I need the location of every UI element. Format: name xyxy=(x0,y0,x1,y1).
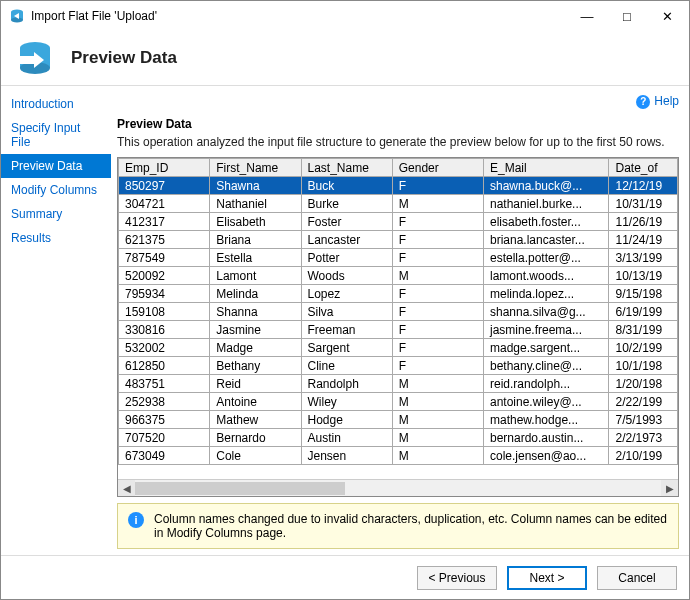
table-cell: melinda.lopez... xyxy=(484,285,609,303)
table-cell: M xyxy=(392,447,483,465)
cancel-button[interactable]: Cancel xyxy=(597,566,677,590)
table-row[interactable]: 483751ReidRandolphMreid.randolph...1/20/… xyxy=(119,375,678,393)
table-cell: Antoine xyxy=(210,393,301,411)
grid-scroll-area[interactable]: Emp_IDFirst_NameLast_NameGenderE_MailDat… xyxy=(118,158,678,479)
previous-button[interactable]: < Previous xyxy=(417,566,497,590)
table-cell: elisabeth.foster... xyxy=(484,213,609,231)
table-cell: 707520 xyxy=(119,429,210,447)
table-cell: madge.sargent... xyxy=(484,339,609,357)
table-row[interactable]: 304721NathanielBurkeMnathaniel.burke...1… xyxy=(119,195,678,213)
table-cell: Bethany xyxy=(210,357,301,375)
table-cell: 787549 xyxy=(119,249,210,267)
table-cell: Madge xyxy=(210,339,301,357)
table-cell: antoine.wiley@... xyxy=(484,393,609,411)
table-row[interactable]: 787549EstellaPotterFestella.potter@...3/… xyxy=(119,249,678,267)
table-cell: M xyxy=(392,393,483,411)
table-cell: M xyxy=(392,411,483,429)
table-cell: M xyxy=(392,375,483,393)
table-row[interactable]: 612850BethanyClineFbethany.cline@...10/1… xyxy=(119,357,678,375)
table-cell: shawna.buck@... xyxy=(484,177,609,195)
info-bar: i Column names changed due to invalid ch… xyxy=(117,503,679,549)
table-cell: bethany.cline@... xyxy=(484,357,609,375)
table-cell: 795934 xyxy=(119,285,210,303)
table-row[interactable]: 330816JasmineFreemanFjasmine.freema...8/… xyxy=(119,321,678,339)
column-header[interactable]: Last_Name xyxy=(301,159,392,177)
table-cell: 11/24/19 xyxy=(609,231,678,249)
table-row[interactable]: 850297ShawnaBuckFshawna.buck@...12/12/19 xyxy=(119,177,678,195)
table-cell: 10/1/198 xyxy=(609,357,678,375)
table-cell: 2/10/199 xyxy=(609,447,678,465)
table-cell: F xyxy=(392,177,483,195)
table-cell: F xyxy=(392,339,483,357)
table-row[interactable]: 412317ElisabethFosterFelisabeth.foster..… xyxy=(119,213,678,231)
scroll-right-icon[interactable]: ▶ xyxy=(661,480,678,497)
table-cell: 483751 xyxy=(119,375,210,393)
scroll-thumb[interactable] xyxy=(135,482,345,495)
sidebar-item-preview-data[interactable]: Preview Data xyxy=(1,154,111,178)
table-cell: Lopez xyxy=(301,285,392,303)
table-cell: Hodge xyxy=(301,411,392,429)
table-cell: Foster xyxy=(301,213,392,231)
preview-grid: Emp_IDFirst_NameLast_NameGenderE_MailDat… xyxy=(117,157,679,497)
column-header[interactable]: Date_of xyxy=(609,159,678,177)
table-cell: estella.potter@... xyxy=(484,249,609,267)
table-cell: 2/22/199 xyxy=(609,393,678,411)
table-cell: cole.jensen@ao... xyxy=(484,447,609,465)
sidebar-item-results[interactable]: Results xyxy=(1,226,111,250)
scroll-left-icon[interactable]: ◀ xyxy=(118,480,135,497)
table-cell: 6/19/199 xyxy=(609,303,678,321)
table-cell: Jasmine xyxy=(210,321,301,339)
table-cell: Jensen xyxy=(301,447,392,465)
minimize-button[interactable]: ― xyxy=(567,2,607,30)
table-row[interactable]: 252938AntoineWileyMantoine.wiley@...2/22… xyxy=(119,393,678,411)
table-row[interactable]: 621375BrianaLancasterFbriana.lancaster..… xyxy=(119,231,678,249)
table-cell: Estella xyxy=(210,249,301,267)
table-row[interactable]: 520092LamontWoodsMlamont.woods...10/13/1… xyxy=(119,267,678,285)
table-row[interactable]: 966375MathewHodgeMmathew.hodge...7/5/199… xyxy=(119,411,678,429)
table-cell: F xyxy=(392,285,483,303)
column-header[interactable]: E_Mail xyxy=(484,159,609,177)
table-cell: Potter xyxy=(301,249,392,267)
table-cell: F xyxy=(392,213,483,231)
table-cell: Silva xyxy=(301,303,392,321)
table-row[interactable]: 707520BernardoAustinMbernardo.austin...2… xyxy=(119,429,678,447)
column-header[interactable]: Gender xyxy=(392,159,483,177)
content-area: ?Help Preview Data This operation analyz… xyxy=(111,86,689,555)
close-button[interactable]: ✕ xyxy=(647,2,687,30)
table-cell: 10/13/19 xyxy=(609,267,678,285)
next-button[interactable]: Next > xyxy=(507,566,587,590)
database-import-icon xyxy=(15,38,55,78)
column-header[interactable]: Emp_ID xyxy=(119,159,210,177)
maximize-button[interactable]: □ xyxy=(607,2,647,30)
table-cell: Wiley xyxy=(301,393,392,411)
table-cell: Lancaster xyxy=(301,231,392,249)
sidebar-item-introduction[interactable]: Introduction xyxy=(1,92,111,116)
sidebar-item-modify-columns[interactable]: Modify Columns xyxy=(1,178,111,202)
table-cell: 304721 xyxy=(119,195,210,213)
table-cell: bernardo.austin... xyxy=(484,429,609,447)
table-cell: M xyxy=(392,267,483,285)
sidebar-item-summary[interactable]: Summary xyxy=(1,202,111,226)
data-table[interactable]: Emp_IDFirst_NameLast_NameGenderE_MailDat… xyxy=(118,158,678,465)
table-row[interactable]: 159108ShannaSilvaFshanna.silva@g...6/19/… xyxy=(119,303,678,321)
titlebar: Import Flat File 'Upload' ― □ ✕ xyxy=(1,1,689,31)
wizard-header: Preview Data xyxy=(1,31,689,85)
table-cell: 10/31/19 xyxy=(609,195,678,213)
table-row[interactable]: 532002MadgeSargentFmadge.sargent...10/2/… xyxy=(119,339,678,357)
table-cell: Shanna xyxy=(210,303,301,321)
column-header[interactable]: First_Name xyxy=(210,159,301,177)
svg-point-2 xyxy=(11,18,23,23)
horizontal-scrollbar[interactable]: ◀ ▶ xyxy=(118,479,678,496)
table-cell: F xyxy=(392,231,483,249)
help-link[interactable]: ?Help xyxy=(117,94,679,109)
table-cell: 11/26/19 xyxy=(609,213,678,231)
table-cell: 532002 xyxy=(119,339,210,357)
table-cell: 966375 xyxy=(119,411,210,429)
table-cell: 10/2/199 xyxy=(609,339,678,357)
table-row[interactable]: 795934MelindaLopezFmelinda.lopez...9/15/… xyxy=(119,285,678,303)
table-cell: 252938 xyxy=(119,393,210,411)
scroll-track[interactable] xyxy=(135,480,661,497)
info-icon: i xyxy=(128,512,144,528)
sidebar-item-specify-input-file[interactable]: Specify Input File xyxy=(1,116,111,154)
table-row[interactable]: 673049ColeJensenMcole.jensen@ao...2/10/1… xyxy=(119,447,678,465)
